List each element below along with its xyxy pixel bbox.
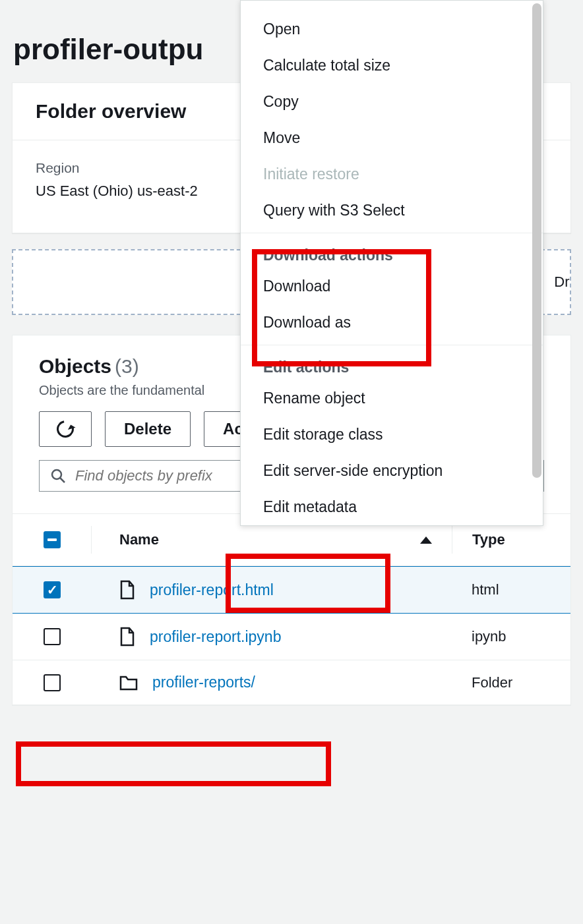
table-row[interactable]: profiler-report.ipynb ipynb — [13, 614, 570, 660]
scrollbar-thumb[interactable] — [532, 3, 541, 478]
dd-move[interactable]: Move — [241, 120, 543, 156]
dd-edit-section: Edit actions — [241, 349, 543, 380]
file-icon — [119, 580, 135, 600]
column-name-header[interactable]: Name — [92, 531, 452, 548]
row-checkbox[interactable] — [44, 581, 61, 598]
dd-rename[interactable]: Rename object — [241, 380, 543, 417]
row-type: html — [452, 581, 570, 598]
select-all-checkbox[interactable] — [44, 531, 61, 548]
dd-query-s3-select[interactable]: Query with S3 Select — [241, 192, 543, 229]
sort-asc-icon — [420, 536, 432, 544]
refresh-button[interactable] — [39, 411, 92, 447]
dd-download-as[interactable]: Download as — [241, 304, 543, 341]
table-row[interactable]: profiler-reports/ Folder — [13, 660, 570, 705]
scrollbar[interactable] — [532, 3, 541, 480]
objects-title: Objects — [39, 355, 111, 377]
search-icon — [50, 468, 66, 484]
dd-edit-sse[interactable]: Edit server-side encryption — [241, 453, 543, 489]
objects-description: Objects are the fundamental — [39, 383, 204, 397]
highlight-selected-row — [16, 741, 331, 786]
column-name-label: Name — [119, 531, 159, 548]
objects-count: (3) — [115, 355, 139, 377]
file-icon — [119, 627, 135, 647]
dd-download[interactable]: Download — [241, 268, 543, 304]
divider — [241, 233, 543, 233]
dd-copy[interactable]: Copy — [241, 84, 543, 120]
delete-button[interactable]: Delete — [105, 411, 191, 447]
table-row[interactable]: profiler-report.html html — [13, 566, 570, 614]
object-link[interactable]: profiler-report.html — [150, 581, 274, 599]
refresh-icon — [53, 417, 77, 441]
row-checkbox[interactable] — [44, 674, 61, 691]
dd-edit-storage-class[interactable]: Edit storage class — [241, 417, 543, 453]
dd-download-section: Download actions — [241, 237, 543, 268]
dd-open[interactable]: Open — [241, 11, 543, 47]
actions-dropdown: Open Calculate total size Copy Move Init… — [240, 0, 543, 526]
object-link[interactable]: profiler-reports/ — [152, 674, 255, 691]
svg-point-0 — [52, 470, 61, 479]
dd-initiate-restore: Initiate restore — [241, 156, 543, 192]
column-type-header[interactable]: Type — [452, 526, 570, 554]
dropzone-text: Drag — [554, 274, 571, 291]
row-type: Folder — [452, 674, 570, 691]
divider — [241, 345, 543, 345]
row-type: ipynb — [452, 628, 570, 645]
dd-calc-size[interactable]: Calculate total size — [241, 47, 543, 84]
row-checkbox[interactable] — [44, 628, 61, 645]
folder-icon — [119, 674, 138, 691]
dd-edit-metadata[interactable]: Edit metadata — [241, 489, 543, 525]
object-link[interactable]: profiler-report.ipynb — [150, 628, 281, 646]
svg-line-1 — [60, 478, 65, 482]
